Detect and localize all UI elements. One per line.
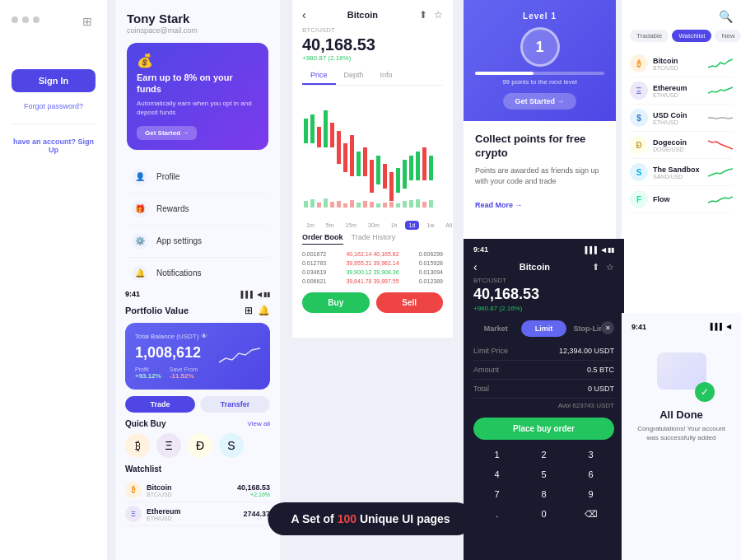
menu-item-app-settings[interactable]: ⚙️ App settings: [127, 226, 268, 258]
quick-coin-doge[interactable]: Ð: [188, 433, 212, 458]
numpad-0[interactable]: 0: [520, 504, 567, 525]
svg-rect-0: [304, 119, 308, 143]
time-tab-30m[interactable]: 30m: [364, 221, 384, 230]
coin-row-usdcoin[interactable]: $ USD Coin ETH/USD: [630, 105, 733, 132]
dogecoin-icon: Ð: [630, 136, 648, 154]
numpad-7[interactable]: 7: [473, 484, 520, 504]
ot-tab-market[interactable]: Market: [473, 320, 518, 337]
dark-coin-title: Bitcoin: [520, 262, 550, 272]
quick-coin-btc[interactable]: ₿: [125, 433, 150, 458]
level-get-started-button[interactable]: Get Started →: [503, 93, 576, 110]
quick-buy-header: Quick Buy View all: [125, 419, 270, 428]
numpad-8[interactable]: 8: [520, 484, 567, 504]
wl-mini-row-bitcoin[interactable]: ₿ Bitcoin BTC/USD 40,168.53 +2.16%: [125, 478, 270, 502]
numpad-2[interactable]: 2: [520, 445, 567, 464]
numpad-backspace[interactable]: ⌫: [567, 504, 614, 525]
profit-stat: Profit +93.12%: [135, 366, 161, 380]
numpad-3[interactable]: 3: [567, 445, 614, 464]
quick-coin-eth[interactable]: Ξ: [156, 433, 181, 458]
limit-price-field[interactable]: Limit Price 12,394.00 USDT: [473, 342, 614, 361]
ethereum-icon: Ξ: [630, 82, 648, 100]
wl-tab-new[interactable]: New: [715, 30, 741, 42]
svg-rect-37: [416, 199, 420, 208]
chart-tab-price[interactable]: Price: [302, 67, 336, 85]
order-form: Limit Price 12,394.00 USDT Amount 0.5 BT…: [464, 342, 624, 399]
time-tab-1h[interactable]: 1h: [387, 221, 402, 230]
svg-rect-25: [337, 201, 341, 208]
usdcoin-info: USD Coin ETH/USD: [653, 111, 703, 125]
portfolio-settings-icon[interactable]: ⊞: [245, 305, 253, 316]
level-progress-text: 99 points to the next level: [475, 78, 604, 86]
svg-rect-4: [330, 123, 334, 147]
coin-row-sandbox[interactable]: S The Sandbox SAND/USD: [630, 159, 733, 186]
chart-tab-info[interactable]: Info: [372, 67, 401, 85]
coin-row-bitcoin[interactable]: ₿ Bitcoin BTC/USD: [630, 50, 733, 77]
time-tab-all[interactable]: All: [441, 221, 453, 230]
svg-rect-13: [389, 172, 394, 201]
wl-mini-row-ethereum[interactable]: Ξ Ethereum ETH/USD 2744.37: [125, 502, 270, 526]
time-tab-15m[interactable]: 15m: [341, 221, 361, 230]
flow-icon: F: [630, 190, 648, 208]
sell-button[interactable]: Sell: [376, 292, 444, 313]
watchlist-search-area: 🔍: [630, 10, 733, 23]
numpad-1[interactable]: 1: [473, 445, 520, 464]
time-tab-1m[interactable]: 1m: [302, 221, 319, 230]
wl-tab-tradable[interactable]: Tradable: [630, 30, 669, 42]
read-more-button[interactable]: Read More →: [475, 201, 523, 209]
wl-tab-watchlist[interactable]: Watchlist: [672, 30, 711, 42]
chart-tabs: Price Depth Info: [302, 67, 443, 86]
numpad-dot[interactable]: .: [473, 504, 520, 525]
no-account-text: have an account? Sign Up: [12, 138, 96, 154]
svg-rect-26: [343, 203, 347, 208]
earn-get-started-button[interactable]: Get Started →: [137, 126, 197, 140]
settings-icon[interactable]: ⊞: [82, 15, 97, 30]
table-row: 0.034619 39,900.12 39,908.36 0.013094: [302, 268, 443, 277]
search-icon[interactable]: 🔍: [719, 10, 733, 23]
quick-coin-sand[interactable]: S: [219, 433, 244, 458]
numpad-6[interactable]: 6: [567, 464, 614, 484]
dark-back-button[interactable]: ‹: [473, 260, 478, 273]
panel-signin: ⊞ Sign In Forgot password? have an accou…: [0, 0, 107, 560]
order-tabs: Order Book Trade History: [302, 233, 443, 245]
svg-rect-24: [330, 202, 334, 208]
coin-row-flow[interactable]: F Flow: [630, 186, 733, 213]
ot-tab-limit[interactable]: Limit: [521, 320, 566, 337]
menu-item-profile[interactable]: 👤 Profile: [127, 161, 268, 194]
close-button[interactable]: ✕: [601, 321, 614, 334]
order-tab-history[interactable]: Trade History: [352, 233, 396, 245]
chart-back-button[interactable]: ‹: [302, 8, 306, 21]
dark-bookmark-icon[interactable]: ☆: [606, 262, 614, 273]
time-tab-5m[interactable]: 5m: [322, 221, 338, 230]
trade-button[interactable]: Trade: [125, 396, 195, 413]
done-title: All Done: [659, 408, 703, 421]
ethereum-info: Ethereum ETH/USD: [653, 84, 703, 98]
numpad-4[interactable]: 4: [473, 464, 520, 484]
svg-rect-20: [304, 201, 308, 208]
menu-item-rewards[interactable]: 🎁 Rewards: [127, 194, 268, 226]
signin-button[interactable]: Sign In: [12, 69, 96, 92]
chart-bookmark-icon[interactable]: ☆: [434, 9, 443, 21]
time-tab-1w[interactable]: 1w: [422, 221, 438, 230]
dark-chart-signals: ▌▌▌ ◀ ▮▮: [585, 246, 614, 254]
dark-change: +980.87 (2.16%): [464, 305, 624, 315]
svg-rect-9: [363, 147, 367, 176]
dark-share-icon[interactable]: ⬆: [592, 262, 599, 273]
place-order-button[interactable]: Place buy order: [473, 418, 614, 440]
svg-rect-11: [376, 156, 380, 184]
coin-row-ethereum[interactable]: Ξ Ethereum ETH/USD: [630, 77, 733, 105]
chart-share-icon[interactable]: ⬆: [419, 9, 427, 21]
time-tab-1d[interactable]: 1d: [405, 221, 420, 230]
panel-all-done: 9:41 ▌▌▌ ◀ ✓ All Done Congratulations! Y…: [622, 313, 741, 560]
numpad-9[interactable]: 9: [567, 484, 614, 504]
svg-rect-5: [337, 131, 341, 164]
numpad-5[interactable]: 5: [520, 464, 567, 484]
portfolio-bell-icon[interactable]: 🔔: [258, 305, 270, 316]
view-all-link[interactable]: View all: [248, 420, 270, 427]
chart-tab-depth[interactable]: Depth: [336, 67, 372, 85]
transfer-button[interactable]: Transfer: [200, 396, 270, 413]
coin-row-dogecoin[interactable]: Ð Dogecoin DOGE/USD: [630, 132, 733, 159]
forgot-password-link[interactable]: Forgot password?: [12, 102, 96, 110]
buy-button[interactable]: Buy: [302, 292, 370, 313]
amount-field[interactable]: Amount 0.5 BTC: [473, 361, 614, 380]
order-tab-book[interactable]: Order Book: [302, 233, 343, 245]
